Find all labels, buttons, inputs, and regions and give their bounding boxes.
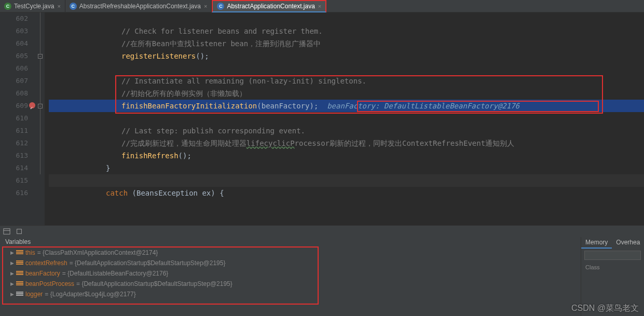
- tab-abstractapplication[interactable]: C AbstractApplicationContext.java ×: [212, 0, 326, 12]
- variable-name: this: [25, 249, 35, 256]
- svg-rect-2: [17, 229, 22, 234]
- variable-value: = {LogAdapter$Log4jLog@2177}: [45, 291, 135, 298]
- execution-line: finishBeanFactoryInitialization(beanFact…: [49, 100, 644, 112]
- fold-column: - -: [37, 12, 45, 225]
- variables-title: Variables: [3, 237, 578, 248]
- svg-rect-0: [4, 229, 10, 235]
- variable-name: contextRefresh: [25, 259, 67, 267]
- comment: //在所有Bean中查找listener bean，注册到消息广播器中: [121, 39, 321, 48]
- close-icon[interactable]: ×: [57, 3, 60, 9]
- tab-label: TestCycle.java: [14, 3, 54, 10]
- memory-tab[interactable]: Memory: [581, 237, 612, 249]
- fold-icon[interactable]: -: [38, 54, 43, 59]
- variable-icon: [16, 260, 23, 266]
- variable-row[interactable]: ▶this = {ClassPathXmlApplicationContext@…: [3, 248, 578, 258]
- variable-icon: [16, 281, 23, 286]
- expand-icon[interactable]: ▶: [10, 260, 14, 266]
- variable-name: beanPostProcess: [25, 280, 74, 287]
- tab-label: AbstractRefreshableApplicationContext.ja…: [79, 3, 201, 10]
- variable-name: beanFactory: [25, 270, 60, 277]
- variable-icon: [16, 271, 23, 276]
- debug-panel: Variables ▶this = {ClassPathXmlApplicati…: [0, 225, 644, 316]
- layout-icon[interactable]: [3, 228, 10, 235]
- tab-label: AbstractApplicationContext.java: [227, 3, 314, 10]
- inline-hint: beanFactory: DefaultListableBeanFactory@…: [318, 102, 524, 110]
- comment: // Instantiate all remaining (non-lazy-i…: [121, 77, 366, 85]
- variable-row[interactable]: ▶beanFactory = {DefaultListableBeanFacto…: [3, 268, 578, 279]
- expand-icon[interactable]: ▶: [10, 250, 14, 255]
- variable-row[interactable]: ▶logger = {LogAdapter$Log4jLog@2177}: [3, 289, 578, 299]
- breakpoint-icon[interactable]: [29, 102, 35, 108]
- variables-panel: Variables ▶this = {ClassPathXmlApplicati…: [0, 237, 581, 316]
- code-editor[interactable]: 602603604605606607608 609 61061161261361…: [0, 12, 644, 225]
- close-icon[interactable]: ×: [318, 3, 321, 9]
- variable-value: = {DefaultListableBeanFactory@2176}: [62, 270, 169, 277]
- watermark: CSDN @菜鸟老文: [571, 303, 639, 314]
- expand-icon[interactable]: ▶: [10, 292, 14, 297]
- method-call: finishRefresh: [121, 152, 179, 160]
- class-icon: C: [217, 3, 224, 10]
- overhead-tab[interactable]: Overhea: [612, 237, 644, 249]
- variable-value: = {DefaultApplicationStartup$DefaultStar…: [76, 280, 232, 287]
- comment: // Check for listener beans and register…: [121, 27, 323, 35]
- variable-name: logger: [25, 291, 43, 298]
- tab-testcycle[interactable]: C TestCycle.java ×: [0, 0, 65, 12]
- variable-row[interactable]: ▶contextRefresh = {DefaultApplicationSta…: [3, 258, 578, 268]
- tab-abstractrefreshable[interactable]: C AbstractRefreshableApplicationContext.…: [65, 0, 212, 12]
- comment: //完成刷新过程，通知生命周期处理器lifecyclicProcessor刷新的…: [121, 139, 514, 147]
- memory-search: [584, 251, 641, 260]
- editor-tabs: C TestCycle.java × C AbstractRefreshable…: [0, 0, 644, 12]
- comment: // Last step: publish corresponding even…: [121, 127, 305, 135]
- expand-icon[interactable]: ▶: [10, 271, 14, 276]
- memory-column-header: Class: [581, 262, 644, 272]
- memory-search-input[interactable]: [584, 251, 641, 260]
- comment: //初始化所有的单例实例（非懒加载）: [121, 89, 246, 98]
- debug-toolbar: [0, 226, 644, 237]
- variable-value: = {ClassPathXmlApplicationContext@2174}: [37, 249, 158, 256]
- expand-icon[interactable]: ▶: [10, 281, 14, 286]
- fold-icon[interactable]: -: [38, 104, 43, 108]
- code-area[interactable]: // Check for listener beans and register…: [45, 12, 644, 225]
- variable-icon: [16, 250, 23, 255]
- class-icon: C: [70, 3, 77, 10]
- restore-icon[interactable]: [16, 228, 23, 235]
- variable-value: = {DefaultApplicationStartup$DefaultStar…: [70, 259, 226, 267]
- variable-row[interactable]: ▶beanPostProcess = {DefaultApplicationSt…: [3, 279, 578, 289]
- method-call: registerListeners: [121, 52, 196, 60]
- variable-icon: [16, 292, 23, 297]
- class-icon: C: [4, 3, 11, 10]
- close-icon[interactable]: ×: [204, 3, 207, 9]
- line-gutter: 602603604605606607608 609 61061161261361…: [0, 12, 37, 225]
